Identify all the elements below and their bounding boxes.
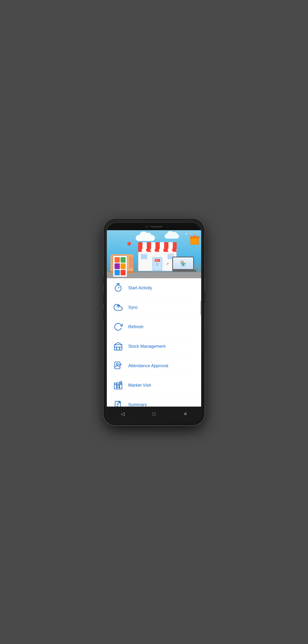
home-button[interactable]: □ xyxy=(149,409,159,418)
refresh-label: Refresh xyxy=(128,324,143,330)
phone-device: sion: 1.9 📍 xyxy=(103,219,205,425)
menu-item-market-visit[interactable]: Market Visit xyxy=(107,376,201,395)
location-pin-icon: 📍 xyxy=(125,242,133,250)
menu-item-sync[interactable]: Sync xyxy=(107,298,201,317)
menu-item-start-activity[interactable]: Start Activity xyxy=(107,278,201,298)
menu-list: Start Activity Sync xyxy=(107,278,201,406)
banner-store: BUY 🛒 OPEN ↗ xyxy=(138,242,177,274)
svg-rect-6 xyxy=(117,347,120,350)
attendance-approval-label: Attendance Approval xyxy=(128,363,168,368)
bottom-navigation: ◁ □ ≡ xyxy=(107,406,201,421)
banner-gift-icon xyxy=(190,238,199,244)
menu-item-summary[interactable]: Summary xyxy=(107,395,201,406)
market-visit-icon xyxy=(113,380,123,390)
refresh-icon xyxy=(113,322,123,332)
cloud-1 xyxy=(136,235,155,241)
phone-screen: sion: 1.9 📍 xyxy=(107,223,201,421)
volume-down-button[interactable] xyxy=(102,293,103,304)
back-button[interactable]: ◁ xyxy=(118,409,127,418)
front-camera xyxy=(145,226,148,228)
scroll-indicator xyxy=(200,301,201,315)
version-text: sion: 1.9 xyxy=(188,232,198,235)
svg-rect-5 xyxy=(114,345,122,350)
banner-hand-phone xyxy=(110,254,133,274)
earpiece-speaker xyxy=(150,226,163,227)
menu-item-attendance-approval[interactable]: Attendance Approval xyxy=(107,356,201,376)
sync-icon xyxy=(113,302,123,313)
start-activity-label: Start Activity xyxy=(128,286,152,290)
phone-top-bar xyxy=(107,223,201,230)
banner-laptop: 🏪 xyxy=(172,257,196,275)
power-button[interactable] xyxy=(205,291,206,303)
menu-item-refresh[interactable]: Refresh xyxy=(107,317,201,337)
screen-content: sion: 1.9 📍 xyxy=(107,230,201,406)
stock-management-icon xyxy=(113,341,123,352)
attendance-approval-icon xyxy=(113,360,123,371)
menu-button[interactable]: ≡ xyxy=(181,409,190,418)
start-activity-icon xyxy=(113,282,123,293)
svg-point-11 xyxy=(116,363,118,365)
cloud-2 xyxy=(165,234,179,238)
silent-button[interactable] xyxy=(102,310,103,320)
market-visit-label: Market Visit xyxy=(128,383,151,388)
stock-management-label: Stock Management xyxy=(128,344,166,349)
menu-item-stock-management[interactable]: Stock Management xyxy=(107,337,201,356)
svg-line-3 xyxy=(118,287,119,288)
svg-rect-16 xyxy=(117,386,119,388)
summary-label: Summary xyxy=(128,402,147,407)
volume-up-button[interactable] xyxy=(102,276,103,284)
hero-banner: 📍 xyxy=(107,230,201,278)
summary-icon xyxy=(113,400,123,406)
sync-label: Sync xyxy=(128,305,138,310)
